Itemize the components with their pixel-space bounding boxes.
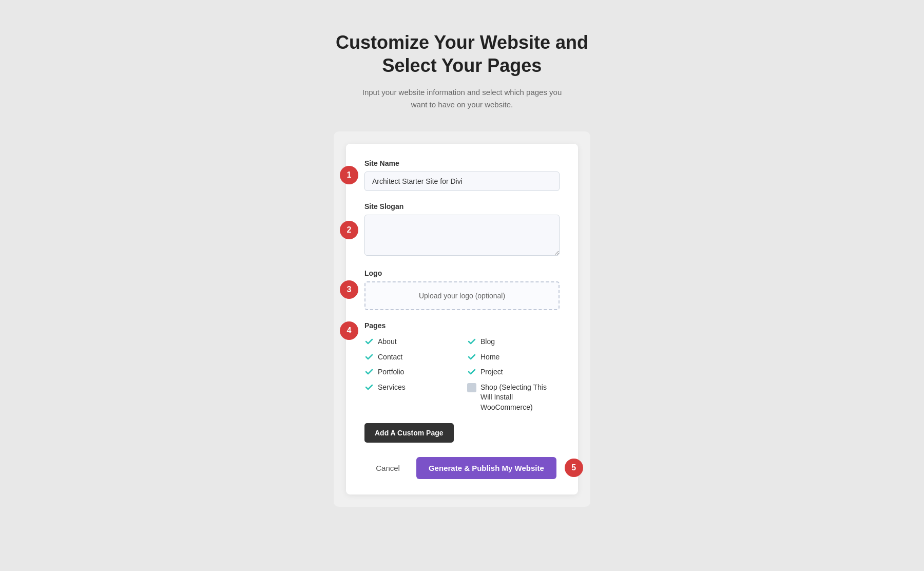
footer-buttons: Cancel Generate & Publish My Website 5 xyxy=(364,457,560,479)
home-check-icon xyxy=(467,352,476,361)
page-item-home-label: Home xyxy=(480,352,499,363)
logo-group: 3 Logo Upload your logo (optional) xyxy=(364,269,560,310)
site-name-label: Site Name xyxy=(364,159,560,167)
page-title: Customize Your Website and Select Your P… xyxy=(336,31,588,77)
cancel-button[interactable]: Cancel xyxy=(368,459,408,478)
page-subtitle: Input your website information and selec… xyxy=(354,86,570,111)
site-name-input[interactable] xyxy=(364,172,560,191)
step-badge-5: 5 xyxy=(565,459,583,477)
logo-upload-text: Upload your logo (optional) xyxy=(419,292,505,300)
step-badge-1: 1 xyxy=(340,166,358,184)
site-name-group: 1 Site Name xyxy=(364,159,560,191)
project-check-icon xyxy=(467,367,476,376)
page-item-services-label: Services xyxy=(378,383,406,393)
logo-upload-box[interactable]: Upload your logo (optional) xyxy=(364,281,560,310)
outer-card: 1 Site Name 2 Site Slogan 3 Logo Upload … xyxy=(334,131,590,507)
step-badge-4: 4 xyxy=(340,321,358,340)
page-item-home[interactable]: Home xyxy=(467,352,560,363)
inner-card: 1 Site Name 2 Site Slogan 3 Logo Upload … xyxy=(346,144,578,494)
logo-label: Logo xyxy=(364,269,560,277)
step-badge-2: 2 xyxy=(340,221,358,239)
shop-check-icon xyxy=(467,383,476,392)
page-item-shop[interactable]: Shop (Selecting This Will Install WooCom… xyxy=(467,383,560,413)
portfolio-check-icon xyxy=(364,367,374,376)
contact-check-icon xyxy=(364,352,374,361)
page-item-portfolio-label: Portfolio xyxy=(378,367,404,377)
site-slogan-textarea[interactable] xyxy=(364,215,560,256)
pages-group: 4 Pages About xyxy=(364,321,560,457)
add-custom-page-button[interactable]: Add A Custom Page xyxy=(364,423,454,443)
step-badge-3: 3 xyxy=(340,280,358,299)
pages-label: Pages xyxy=(364,321,560,330)
page-item-services[interactable]: Services xyxy=(364,383,457,413)
page-item-shop-label: Shop (Selecting This Will Install WooCom… xyxy=(480,383,560,413)
page-item-about[interactable]: About xyxy=(364,337,457,347)
services-check-icon xyxy=(364,383,374,392)
page-item-contact[interactable]: Contact xyxy=(364,352,457,363)
about-check-icon xyxy=(364,337,374,346)
page-item-blog-label: Blog xyxy=(480,337,495,347)
page-item-project[interactable]: Project xyxy=(467,367,560,377)
page-item-portfolio[interactable]: Portfolio xyxy=(364,367,457,377)
page-item-contact-label: Contact xyxy=(378,352,402,363)
site-slogan-label: Site Slogan xyxy=(364,202,560,211)
generate-publish-button[interactable]: Generate & Publish My Website xyxy=(416,457,556,479)
pages-grid: About Blog xyxy=(364,337,560,413)
page-item-about-label: About xyxy=(378,337,397,347)
page-item-blog[interactable]: Blog xyxy=(467,337,560,347)
page-item-project-label: Project xyxy=(480,367,503,377)
blog-check-icon xyxy=(467,337,476,346)
site-slogan-group: 2 Site Slogan xyxy=(364,202,560,258)
